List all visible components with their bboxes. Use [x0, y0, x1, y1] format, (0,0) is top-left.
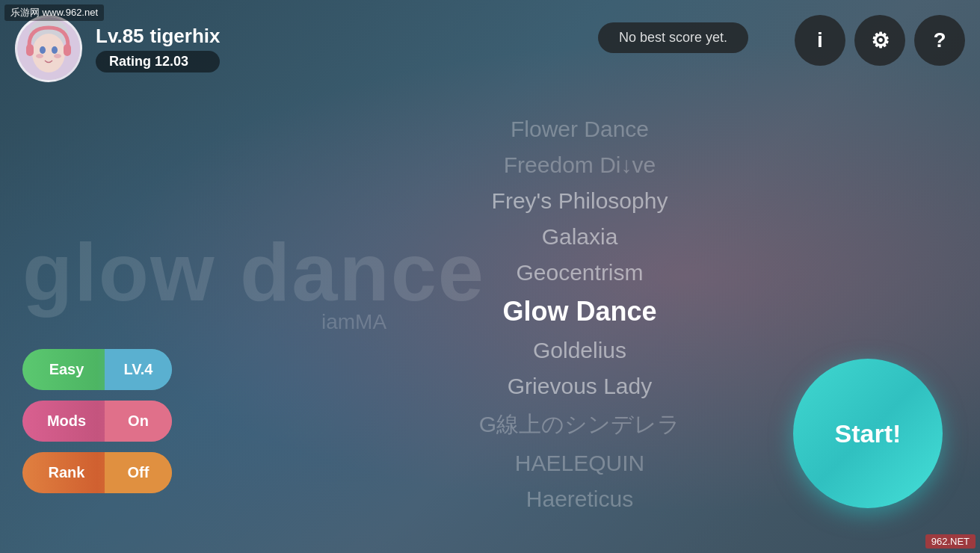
watermark-top: 乐游网 www.962.net: [4, 4, 104, 21]
song-item-goldelius[interactable]: Goldelius: [284, 333, 875, 368]
svg-point-2: [32, 34, 65, 72]
watermark-bottom: 962.NET: [925, 534, 976, 549]
song-item-g-sen[interactable]: G線上のシンデレラ: [284, 405, 875, 445]
rank-button[interactable]: Rank Off: [22, 452, 172, 493]
difficulty-label: Easy: [22, 361, 105, 378]
user-info: Lv.85 tigerhix Rating 12.03: [96, 25, 220, 72]
song-item-haereticus[interactable]: Haereticus: [284, 482, 875, 516]
song-item-grievous-lady[interactable]: Grievous Lady: [284, 369, 875, 404]
song-item-freys-philosophy[interactable]: Frey's Philosophy: [284, 184, 875, 218]
song-item-geocentrism[interactable]: Geocentrism: [284, 256, 875, 290]
mods-label: Mods: [22, 413, 105, 430]
mods-button[interactable]: Mods On: [22, 401, 172, 442]
difficulty-value: LV.4: [105, 349, 172, 390]
level-badge: Lv.85: [96, 25, 144, 48]
rating-badge: Rating 12.03: [96, 51, 220, 72]
help-button[interactable]: ?: [914, 15, 965, 66]
svg-point-4: [52, 46, 58, 54]
username-label: tigerhix: [150, 25, 221, 48]
song-list: Flower DanceFreedom Di↓veFrey's Philosop…: [284, 0, 875, 553]
svg-rect-7: [26, 44, 34, 56]
start-label: Start!: [835, 419, 902, 448]
song-item-galaxia[interactable]: Galaxia: [284, 220, 875, 254]
svg-point-6: [54, 54, 61, 58]
song-item-freedom-dive[interactable]: Freedom Di↓ve: [284, 148, 875, 182]
start-button[interactable]: Start!: [793, 359, 943, 508]
song-item-flower-dance[interactable]: Flower Dance: [284, 112, 875, 146]
svg-point-5: [36, 54, 43, 58]
svg-rect-8: [64, 44, 71, 56]
difficulty-button[interactable]: Easy LV.4: [22, 349, 172, 390]
mods-value: On: [105, 401, 172, 442]
rank-value: Off: [105, 452, 172, 493]
rank-label: Rank: [22, 464, 105, 481]
song-item-glow-dance[interactable]: Glow Dance: [284, 291, 875, 332]
avatar[interactable]: [15, 15, 82, 82]
controls-panel: Easy LV.4 Mods On Rank Off: [22, 349, 172, 493]
song-item-haelequin[interactable]: HAELEQUIN: [284, 446, 875, 481]
svg-point-3: [40, 46, 46, 54]
